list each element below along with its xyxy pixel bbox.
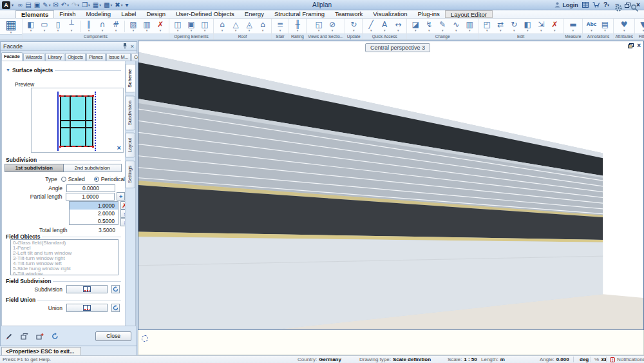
resize-elements-icon[interactable]: ⇲▾: [535, 20, 547, 32]
modify-wall-icon[interactable]: ▨▾: [128, 20, 139, 32]
edit-entity-icon[interactable]: ✎▾: [437, 20, 448, 32]
roof-covering-icon[interactable]: ◬▾: [243, 20, 255, 32]
close-button[interactable]: Close: [95, 331, 131, 341]
apply-favorite-icon[interactable]: [21, 333, 28, 340]
tab-1st-subdivision[interactable]: 1st subdivision: [5, 164, 64, 172]
attributes-icon[interactable]: ♥▾: [618, 20, 630, 32]
field-subdivision-button[interactable]: [66, 285, 108, 293]
viewport-restore-icon[interactable]: [628, 43, 634, 48]
status-angle-unit[interactable]: deg: [578, 357, 589, 362]
status-notifications[interactable]: !Notifications: [610, 357, 644, 362]
partial-length-input[interactable]: 1.0000: [66, 193, 115, 201]
door-component-icon[interactable]: ◧▾: [25, 20, 37, 32]
text-annotation-icon[interactable]: Abc▾: [585, 20, 597, 32]
roof-frame-icon[interactable]: △▾: [230, 20, 242, 32]
field-objects-list[interactable]: 0-Glass field(Standard)1-Panel2-Left til…: [10, 239, 118, 275]
menu-tab-plug-ins[interactable]: Plug-ins: [413, 10, 445, 18]
window-opening-icon[interactable]: ▣▾: [185, 20, 197, 32]
delete-length-button[interactable]: ✗: [120, 201, 125, 210]
length-list[interactable]: 1.00002.00000.5000: [69, 201, 118, 225]
radio-periodical-selected[interactable]: [94, 177, 99, 182]
menu-tab-teamwork[interactable]: Teamwork: [330, 10, 368, 18]
modify-offset-icon[interactable]: ∿▾: [450, 20, 462, 32]
facade-preview[interactable]: ×: [31, 88, 124, 153]
measure-icon[interactable]: ▬▾: [567, 20, 579, 32]
delete-wall-icon[interactable]: ✗▾: [155, 20, 166, 32]
facade-modeling-icon[interactable]: ▦▾: [3, 19, 19, 34]
login-button[interactable]: Login: [554, 2, 578, 8]
preview-close-icon[interactable]: ×: [117, 144, 121, 152]
grid-component-icon[interactable]: #▾: [110, 20, 122, 32]
wall-junction-icon[interactable]: ▥▾: [141, 20, 153, 32]
viewport-close-icon[interactable]: ×: [637, 42, 641, 49]
status-drawing-type[interactable]: Drawing type:Scale definition: [359, 357, 431, 362]
palette-tab-planes[interactable]: Planes: [86, 53, 106, 61]
tab-2nd-subdivision[interactable]: 2nd subdivision: [64, 164, 122, 172]
palette-tab-library[interactable]: Library: [45, 53, 64, 61]
move-up-button[interactable]: ↑: [120, 210, 125, 218]
slab-component-icon[interactable]: ▭▾: [39, 20, 50, 32]
minimize-button[interactable]: –: [613, 1, 621, 9]
move-down-button[interactable]: ↓: [120, 218, 125, 226]
menu-tab-modeling[interactable]: Modeling: [81, 10, 117, 18]
shop-cart-icon[interactable]: [592, 2, 600, 8]
field-object-item[interactable]: 6-Tilt window: [13, 271, 118, 275]
palette-tab-facade[interactable]: Facade: [1, 52, 23, 61]
radio-option-scaled[interactable]: Scaled: [61, 176, 85, 182]
palette-tab-objects[interactable]: Objects: [65, 53, 86, 61]
menu-tab-layout-editor[interactable]: Layout Editor: [445, 10, 493, 18]
view-icon[interactable]: ◱▾: [313, 20, 325, 32]
dormer-icon[interactable]: ⌂▾: [257, 20, 269, 32]
field-union-reset-button[interactable]: [111, 304, 120, 312]
report-icon[interactable]: ▤▾: [599, 20, 611, 32]
edit-pen-icon[interactable]: [6, 333, 13, 340]
erase-icon[interactable]: ◪▾: [410, 20, 421, 32]
column-component-icon[interactable]: ▯▾: [52, 20, 64, 32]
edit-points-icon[interactable]: ↯▾: [423, 20, 435, 32]
length-list-item[interactable]: 0.5000: [70, 217, 118, 225]
length-list-item[interactable]: 2.0000: [70, 210, 118, 217]
door-opening-icon[interactable]: ◫▾: [172, 20, 184, 32]
viewport-3d[interactable]: Central perspective 3 ×: [138, 41, 644, 330]
delete-elements-icon[interactable]: ✗▾: [549, 20, 560, 32]
side-tab-settings[interactable]: Settings: [126, 161, 135, 188]
railing-icon[interactable]: ╫▾: [292, 20, 303, 32]
status-length[interactable]: Length:m: [481, 357, 505, 362]
status-percent[interactable]: %33: [594, 357, 607, 362]
menu-tab-visualization[interactable]: Visualization: [368, 10, 412, 18]
side-tab-subdivision[interactable]: Subdivision: [126, 95, 135, 130]
help-button[interactable]: ?▾: [603, 1, 609, 8]
roof-icon[interactable]: ⌂▾: [216, 20, 228, 32]
rotate-elements-icon[interactable]: ↻▾: [508, 20, 520, 32]
palette-tab-issue-m-[interactable]: Issue M...: [106, 53, 131, 61]
menu-tab-structural-framing[interactable]: Structural Framing: [269, 10, 330, 18]
palette-tab-wizards[interactable]: Wizards: [23, 53, 45, 61]
wall-component-icon[interactable]: ‖▾: [83, 20, 95, 32]
beam-component-icon[interactable]: ∩▾: [97, 20, 108, 32]
restore-button[interactable]: [625, 3, 630, 8]
menu-tab-energy[interactable]: Energy: [240, 10, 269, 18]
section-surface-objects[interactable]: ▼ Surface objects: [6, 66, 121, 74]
side-tab-layout[interactable]: Layout: [126, 133, 135, 158]
side-tab-scheme[interactable]: Scheme: [126, 64, 135, 93]
foundation-component-icon[interactable]: ┴▾: [66, 20, 77, 32]
dimension-line-icon[interactable]: ↔▾: [392, 20, 404, 32]
menu-tab-user-defined-objects[interactable]: User-Defined Objects: [171, 10, 240, 18]
properties-command-tab[interactable]: <Properties> ESC to exit...: [1, 347, 81, 355]
filter-icon[interactable]: ▼▾: [638, 20, 644, 32]
menu-tab-design[interactable]: Design: [141, 10, 171, 18]
reset-palette-icon[interactable]: [52, 333, 59, 340]
field-subdivision-reset-button[interactable]: [111, 285, 120, 293]
update-3d-icon[interactable]: ↻▾: [348, 20, 359, 32]
pin-icon[interactable]: [122, 43, 128, 50]
palette-close-icon[interactable]: ×: [131, 43, 134, 50]
window-element-icon[interactable]: ◫▾: [199, 20, 211, 32]
length-list-item[interactable]: 1.0000: [70, 202, 118, 210]
line-icon[interactable]: ╱▾: [365, 20, 377, 32]
status-angle[interactable]: Angle:0.000: [540, 357, 569, 362]
dialog-line[interactable]: [138, 330, 644, 355]
text-icon[interactable]: A▾: [379, 20, 390, 32]
copy-elements-icon[interactable]: ◰▾: [481, 20, 493, 32]
close-window-button[interactable]: ×: [634, 1, 642, 9]
menu-tab-elements[interactable]: Elements: [15, 10, 54, 18]
